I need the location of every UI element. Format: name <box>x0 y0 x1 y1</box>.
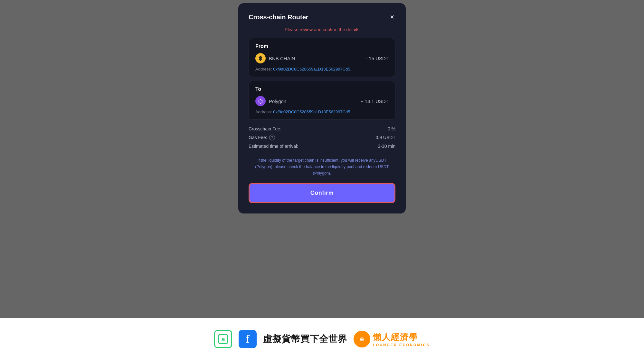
from-chain-left: BNB CHAIN <box>255 53 295 63</box>
from-label: From <box>255 43 389 49</box>
page-wrapper: Cross-chain Router × Please review and c… <box>0 0 644 360</box>
eta-label: Estimated time of arrival: <box>249 144 298 149</box>
to-label: To <box>255 86 389 92</box>
review-notice: Please review and confirm the details <box>249 27 395 32</box>
crosschain-fee-row: Crosschain Fee: 0 % <box>249 126 395 131</box>
modal-overlay: Cross-chain Router × Please review and c… <box>0 0 644 318</box>
confirm-button[interactable]: Confirm <box>249 183 395 203</box>
bnb-chain-name: BNB CHAIN <box>269 56 295 61</box>
polygon-chain-name: Polygon <box>269 99 286 104</box>
from-chain-row: BNB CHAIN - 15 USDT <box>255 53 389 63</box>
orange-circle-icon: e <box>354 331 370 347</box>
orange-main-text: 懶人經濟學 <box>373 332 430 343</box>
from-amount: - 15 USDT <box>366 56 389 61</box>
modal-title: Cross-chain Router <box>249 14 308 21</box>
eta-value: 3-30 min <box>378 144 395 149</box>
crosschain-fee-label: Crosschain Fee: <box>249 126 281 131</box>
fees-section: Crosschain Fee: 0 % Gas Fee: ? 0.9 USDT … <box>249 124 395 155</box>
gas-fee-help-icon[interactable]: ? <box>269 135 275 140</box>
orange-sub-text: LOUNGER ECONOMICS <box>373 343 430 347</box>
to-chain-left: Polygon <box>255 96 286 106</box>
eta-row: Estimated time of arrival: 3-30 min <box>249 144 395 149</box>
to-amount: + 14.1 USDT <box>361 99 389 104</box>
from-address-value: 0xf9a02DC8C528659a1D13E562997Cd5... <box>273 67 354 71</box>
close-button[interactable]: × <box>389 12 395 22</box>
gas-fee-row: Gas Fee: ? 0.9 USDT <box>249 135 395 140</box>
facebook-icon: f <box>239 330 257 348</box>
polygon-chain-icon <box>255 96 266 106</box>
orange-text-block: 懶人經濟學 LOUNGER ECONOMICS <box>373 332 430 347</box>
bottom-bar: a f 虛擬貨幣買下全世界 e 懶人經濟學 LOUNGER ECONOMICS <box>0 318 644 360</box>
brand-square-logo: a <box>214 330 232 348</box>
bnb-chain-icon <box>255 53 266 63</box>
crosschain-fee-value: 0 % <box>388 126 395 131</box>
to-address-label: Address: <box>255 109 272 114</box>
liquidity-notice: If the liquidity of the target chain is … <box>249 157 395 176</box>
gas-fee-label: Gas Fee: ? <box>249 135 275 140</box>
orange-brand-logo: e 懶人經濟學 LOUNGER ECONOMICS <box>354 331 430 347</box>
modal-header: Cross-chain Router × <box>249 12 395 22</box>
to-address-value: 0xf9a02DC8C528659a1D13E562997Cd5... <box>273 109 354 114</box>
modal-dialog: Cross-chain Router × Please review and c… <box>238 3 406 213</box>
brand-main-text: 虛擬貨幣買下全世界 <box>263 333 347 345</box>
to-card: To Polygon + 14.1 USDT Address: 0xf9 <box>249 81 395 120</box>
from-address-row: Address: 0xf9a02DC8C528659a1D13E562997Cd… <box>255 67 389 71</box>
to-address-row: Address: 0xf9a02DC8C528659a1D13E562997Cd… <box>255 109 389 114</box>
to-chain-row: Polygon + 14.1 USDT <box>255 96 389 106</box>
from-card: From <box>249 38 395 77</box>
gas-fee-value: 0.9 USDT <box>376 135 395 140</box>
svg-text:a: a <box>221 336 225 343</box>
from-address-label: Address: <box>255 67 272 71</box>
